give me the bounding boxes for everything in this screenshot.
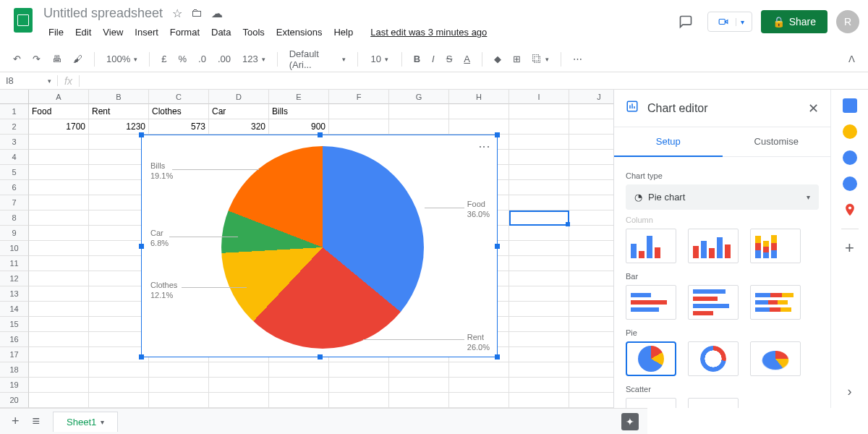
all-sheets-icon[interactable]: ≡ [33, 414, 41, 429]
tab-setup[interactable]: Setup [614, 127, 723, 157]
bold-button[interactable]: B [409, 51, 425, 67]
text-color-button[interactable]: A [459, 51, 475, 67]
tasks-icon[interactable] [843, 150, 857, 165]
menu-file[interactable]: File [43, 24, 69, 41]
thumb-pie-3[interactable] [750, 341, 801, 376]
row-header[interactable]: 14 [0, 302, 29, 317]
calendar-icon[interactable] [843, 98, 857, 113]
italic-button[interactable]: I [427, 51, 439, 67]
menu-view[interactable]: View [98, 24, 128, 41]
cell[interactable] [509, 150, 569, 165]
comments-icon[interactable] [673, 9, 699, 35]
cell[interactable] [29, 165, 89, 180]
cell[interactable] [569, 286, 613, 302]
thumb-column-1[interactable] [626, 229, 676, 263]
thumb-bar-3[interactable] [750, 285, 801, 320]
row-header[interactable]: 8 [0, 210, 29, 226]
undo-icon[interactable]: ↶ [9, 51, 25, 67]
cell[interactable] [29, 210, 89, 226]
cell[interactable] [149, 393, 209, 408]
cell[interactable] [569, 256, 613, 271]
cell[interactable] [269, 362, 329, 378]
thumb-pie-2[interactable] [688, 341, 739, 376]
row-header[interactable]: 13 [0, 286, 29, 302]
add-sheet-icon[interactable]: + [12, 414, 20, 429]
cell[interactable] [29, 362, 89, 378]
cell[interactable] [29, 241, 89, 256]
cell[interactable] [29, 135, 89, 150]
sheets-logo[interactable] [9, 6, 38, 35]
cell[interactable]: Bills [269, 104, 329, 119]
cell[interactable] [509, 347, 569, 362]
cell[interactable]: 573 [149, 119, 209, 135]
chart-type-select[interactable]: ◔ Pie chart [626, 184, 819, 210]
cell[interactable] [29, 195, 89, 210]
close-sidebar-icon[interactable]: ✕ [808, 101, 819, 116]
cell[interactable] [29, 378, 89, 393]
cell[interactable] [89, 256, 149, 271]
row-header[interactable]: 4 [0, 150, 29, 165]
cell[interactable] [89, 271, 149, 286]
add-addon-icon[interactable]: + [843, 241, 857, 255]
col-header[interactable]: J [569, 90, 613, 104]
thumb-scatter-1[interactable] [626, 398, 676, 408]
cell[interactable] [569, 302, 613, 317]
strike-button[interactable]: S [442, 51, 457, 67]
spreadsheet-grid[interactable]: A B C D E F G H I J 1FoodRentClothesCarB… [0, 90, 613, 408]
cell[interactable]: Food [29, 104, 89, 119]
cell[interactable] [509, 180, 569, 195]
cell[interactable] [89, 362, 149, 378]
row-header[interactable]: 17 [0, 347, 29, 362]
cell[interactable] [509, 119, 569, 135]
cell[interactable] [509, 393, 569, 408]
embedded-chart[interactable]: ⋮ Food36.0% Rent26.0% Clothes12.1% Car6.… [141, 135, 498, 357]
col-header[interactable]: B [89, 90, 149, 104]
row-header[interactable]: 19 [0, 378, 29, 393]
cell[interactable] [29, 150, 89, 165]
more-toolbar-icon[interactable]: ⋯ [569, 51, 587, 67]
cell[interactable] [509, 165, 569, 180]
row-header[interactable]: 3 [0, 135, 29, 150]
cell[interactable] [569, 271, 613, 286]
cell[interactable] [209, 362, 269, 378]
cell[interactable] [269, 393, 329, 408]
cell[interactable] [509, 271, 569, 286]
redo-icon[interactable]: ↷ [28, 51, 45, 67]
cell[interactable] [449, 378, 509, 393]
cell[interactable] [29, 332, 89, 347]
cell[interactable] [149, 378, 209, 393]
cell[interactable] [29, 317, 89, 332]
cell[interactable]: 320 [209, 119, 269, 135]
cell[interactable] [509, 195, 569, 210]
cell[interactable] [569, 210, 613, 226]
fill-color-button[interactable]: ◆ [490, 51, 506, 67]
decrease-decimal-button[interactable]: .0 [194, 51, 210, 67]
cell[interactable] [89, 302, 149, 317]
cell[interactable] [509, 104, 569, 119]
cell[interactable] [509, 256, 569, 271]
cell[interactable] [29, 286, 89, 302]
thumb-bar-1[interactable] [626, 285, 676, 320]
row-header[interactable]: 9 [0, 226, 29, 241]
row-header[interactable]: 10 [0, 241, 29, 256]
col-header[interactable]: F [329, 90, 389, 104]
account-avatar[interactable]: R [836, 10, 859, 33]
row-header[interactable]: 12 [0, 271, 29, 286]
cell[interactable] [569, 180, 613, 195]
cell[interactable] [89, 150, 149, 165]
cell[interactable] [389, 362, 449, 378]
col-header[interactable]: A [29, 90, 89, 104]
collapse-toolbar-icon[interactable]: ᐱ [844, 51, 859, 67]
cell[interactable] [569, 378, 613, 393]
cell[interactable] [509, 226, 569, 241]
cell[interactable] [89, 165, 149, 180]
cell[interactable] [509, 362, 569, 378]
cell[interactable] [569, 362, 613, 378]
cell[interactable] [89, 378, 149, 393]
cell[interactable] [569, 393, 613, 408]
row-header[interactable]: 2 [0, 119, 29, 135]
chart-menu-icon[interactable]: ⋮ [477, 141, 491, 151]
cell[interactable]: 1700 [29, 119, 89, 135]
cloud-icon[interactable]: ☁ [211, 7, 223, 20]
menu-extensions[interactable]: Extensions [271, 24, 328, 41]
